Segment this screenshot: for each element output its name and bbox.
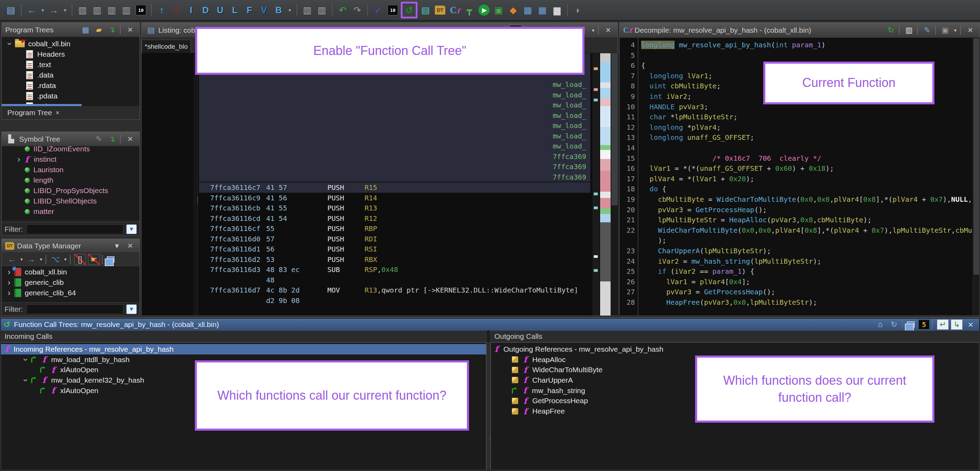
symbol-filter-input[interactable] [26, 224, 124, 234]
function-graph-button[interactable]: ▤ [419, 3, 432, 17]
decompile-line[interactable]: 17 plVar4 = *(lVar1 + 0x20); [620, 175, 972, 185]
instruction-row[interactable]: 7ffca36116cb41 55PUSHR13 [199, 203, 590, 213]
instruction-row[interactable]: 7ffca36116cf55PUSHRBP [199, 223, 590, 234]
decompile-scrollbar[interactable] [973, 38, 980, 315]
undo-button[interactable]: ↶ [336, 3, 349, 17]
snapshot-back-button[interactable]: ▥ [301, 3, 314, 17]
overview-margin[interactable] [600, 53, 611, 315]
byte-button[interactable]: B [272, 3, 285, 17]
decompile-line[interactable]: 14 [620, 144, 972, 154]
patch-up-button[interactable]: ▥ [91, 3, 104, 17]
forward-icon[interactable]: → [25, 254, 37, 265]
tree-item-pdata[interactable]: .pdata [2, 91, 140, 101]
instruction-row[interactable]: 7ffca36116cd41 54PUSHR12 [199, 213, 590, 224]
calltree-row-incomingreferencesmwresolveapibyhash[interactable]: fIncoming References - mw_resolve_api_by… [1, 344, 486, 355]
tree-item-rdata[interactable]: .rdata [2, 80, 140, 91]
instruction-row[interactable]: 7ffca36116d057PUSHRDI [199, 234, 590, 244]
symbol-item-length[interactable]: length [2, 175, 140, 185]
data-button[interactable]: D [199, 3, 212, 17]
bookmark-mark[interactable] [593, 67, 598, 70]
instruction-row[interactable]: 7ffca36116d253PUSHRBX [199, 254, 590, 265]
decompile-line[interactable]: 21 lpMultiByteStr = HeapAlloc(pvVar3,0x8… [620, 216, 972, 226]
clear-button[interactable]: ∅ [170, 3, 183, 17]
instruction-row[interactable]: 7ffca36116c941 56PUSHR14 [199, 193, 590, 203]
dtm-filter-input[interactable] [26, 304, 124, 314]
listing-label[interactable]: mw_load_ [553, 132, 586, 142]
decompile-line[interactable]: 11 char *lpMultiByteStr; [620, 113, 972, 123]
table-button[interactable]: ▦ [521, 3, 535, 17]
tree-chevron-icon[interactable]: › [5, 278, 14, 287]
dtm-item-cobaltxllbin[interactable]: ›✓cobalt_xll.bin [2, 267, 140, 277]
label-button[interactable]: L [228, 3, 242, 17]
back-dropdown[interactable]: ▾ [40, 3, 46, 17]
decompile-dropdown[interactable]: ▾ [953, 25, 958, 36]
call-hierarchy-button[interactable]: ┳ [463, 3, 476, 17]
decompile-line[interactable]: ); [620, 236, 972, 247]
symbol-item-iidizoomevents[interactable]: IID_IZoomEvents [2, 146, 140, 154]
c-source-button[interactable]: Cf [448, 3, 461, 17]
binary-format-button[interactable]: 10 [386, 3, 399, 17]
redo-button[interactable]: ↷ [351, 3, 364, 17]
dtm-item-genericclib[interactable]: ›generic_clib [2, 277, 140, 288]
decompile-line[interactable]: 19 cbMultiByte = WideCharToMultiByte(0x0… [620, 195, 972, 205]
tab-shellcode[interactable]: *shellcode_blo [142, 40, 191, 53]
bookmark-mark[interactable] [593, 88, 598, 91]
patch-up2-button[interactable]: ▥ [120, 3, 133, 17]
copy-icon[interactable]: ▥ [903, 25, 915, 36]
dtm-item-genericclib64[interactable]: ›generic_clib_64 [2, 288, 140, 298]
bookmark-mark[interactable] [593, 269, 598, 272]
bookmark-mark[interactable] [593, 206, 598, 209]
bookmark-mark[interactable] [593, 193, 598, 196]
tree-chevron-icon[interactable]: › [21, 376, 30, 385]
tree-chevron-icon[interactable]: › [5, 288, 14, 298]
instruction-row[interactable]: 7ffca36116d348 83 ecSUBRSP,0x48 [199, 264, 590, 275]
instruction-button[interactable]: I [185, 3, 197, 17]
listing-label[interactable]: 7ffca369 [553, 152, 586, 162]
tree-item-data[interactable]: .data [2, 70, 140, 80]
chart-button[interactable]: ▆ [550, 3, 563, 17]
expand-outgoing-icon[interactable]: ↳ [951, 319, 963, 330]
listing-label[interactable]: 7ffca369 [553, 173, 586, 183]
refresh-icon[interactable]: ↻ [885, 25, 897, 36]
tree-item-cobaltxllbin[interactable]: ›cobalt_xll.bin [2, 38, 140, 49]
snapshot-forward-button[interactable]: ▥ [315, 3, 328, 17]
filter-pointers-toggle[interactable]: ☛ [88, 254, 100, 265]
decompile-line[interactable]: 18 do { [620, 185, 972, 195]
debug-icon[interactable]: ▣ [939, 25, 951, 36]
tab-program-tree[interactable]: Program Tree [7, 108, 52, 117]
patch-down-button[interactable]: ▥ [76, 3, 89, 17]
decompile-line[interactable]: 20 pvVar3 = GetProcessHeap(); [620, 205, 972, 216]
diff-button[interactable]: ◆ [506, 3, 520, 17]
close-icon[interactable]: × [124, 240, 136, 251]
symbol-item-instinct[interactable]: ›finstinct [2, 154, 140, 164]
listing-dropdown[interactable]: ▾ [590, 25, 596, 36]
validate-button[interactable]: ✓ [372, 3, 385, 17]
back-dropdown[interactable]: ▾ [19, 254, 24, 265]
listing-label[interactable]: mw_load_ [553, 111, 586, 121]
symbol-item-libidpropsysobjects[interactable]: LIBID_PropSysObjects [2, 185, 140, 196]
instruction-row[interactable]: d2 9b 08 [199, 295, 590, 306]
tree-chevron-icon[interactable]: › [21, 355, 30, 364]
listing-scrollbar[interactable] [611, 53, 618, 315]
forward-button[interactable]: → [47, 3, 60, 17]
listing-label[interactable]: 7ffca369 [553, 162, 586, 173]
instruction-row[interactable]: 48 [199, 275, 590, 285]
goto-symbol-icon[interactable]: ↴ [106, 24, 118, 35]
save-button[interactable]: ▤ [4, 3, 18, 17]
edit-icon[interactable]: ✎ [921, 25, 933, 36]
calltree-splitter[interactable]: ⋮ [486, 342, 490, 470]
back-button[interactable]: ← [25, 3, 38, 17]
new-tree-icon[interactable]: ▦ [80, 24, 91, 35]
decompile-line[interactable]: 27 pvVar3 = GetProcessHeap(); [620, 288, 972, 298]
decompile-line[interactable]: 28 HeapFree(pvVar3,0x0,lpMultiByteStr); [620, 298, 972, 309]
close-icon[interactable]: × [124, 134, 136, 145]
instruction-row[interactable]: 7ffca36116c741 57PUSHR15 [199, 182, 590, 193]
decompile-line[interactable]: 4longlong mw_resolve_api_by_hash(int par… [620, 41, 972, 51]
new-window-icon[interactable] [907, 321, 915, 328]
preview-window-icon[interactable] [107, 256, 115, 263]
memory-map-button[interactable]: ▣ [492, 3, 505, 17]
undefine-button[interactable]: U [213, 3, 227, 17]
listing-label[interactable]: mw_load_ [553, 91, 586, 101]
table-add-button[interactable]: ▦ [536, 3, 549, 17]
open-folder-icon[interactable]: ▰ [93, 24, 105, 35]
